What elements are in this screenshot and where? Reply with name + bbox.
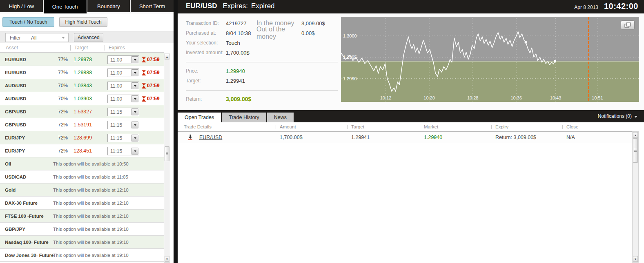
expiry-select-button[interactable] [131,108,138,115]
chevron-down-icon [134,85,136,87]
availability-message: This option will be available at 19:10 [53,236,129,249]
column-amount: Amount [276,124,347,129]
expiry-select-button[interactable] [131,69,138,76]
availability-message: This option will be available at 19:10 [53,249,129,262]
notifications-toggle[interactable]: Notifications (0) [598,113,637,119]
trades-table-header: Trade Details Amount Target Market Expir… [178,122,632,132]
asset-row[interactable]: Gold [0,183,164,197]
instrument-header: EUR/USD Expires: Expired Apr 8 2013 10:4… [178,0,644,13]
column-asset: Asset [6,45,18,51]
expiry-select[interactable]: 11:00 [107,55,139,64]
trades-tab[interactable]: Open Trades [178,113,221,122]
scroll-down-button[interactable]: ▼ [633,256,638,262]
asset-row[interactable]: EUR/JPY 72% 128.451 11:15 [0,144,164,157]
expiry-select[interactable]: 11:00 [107,82,139,90]
expiry-select-button[interactable] [131,95,138,102]
option-type-tab[interactable]: High / Low [0,0,43,12]
filter-value: All [31,35,36,41]
asset-name: EUR/USD [5,66,26,79]
expiry-select-button[interactable] [131,135,138,141]
trade-asset-link[interactable]: EUR/USD [199,135,222,140]
asset-target-price: 128.451 [74,144,92,157]
scroll-up-button[interactable]: ▲ [633,132,638,138]
expiry-select[interactable]: 11:15 [107,134,139,142]
filter-dropdown[interactable]: Filter All [5,33,69,42]
trade-expiry: Return: 3,009.00$ [491,135,562,140]
asset-panel: High / Low One Touch Boundary Short Term… [0,0,174,263]
trades-tab[interactable]: Trade History [222,113,266,122]
option-type-tab[interactable]: One Touch [44,0,87,13]
countdown-timer: 07:59 [142,66,160,79]
asset-row[interactable]: GBP/JPY [0,223,164,236]
hourglass-icon [142,96,146,102]
hourglass-icon [142,57,146,62]
expiry-select[interactable]: 11:00 [107,69,139,77]
countdown-value: 07:59 [147,66,160,79]
asset-target-price: 1.03903 [74,92,92,105]
asset-name: EUR/USD [5,53,26,66]
expiry-select-value: 11:00 [110,83,122,89]
asset-row[interactable]: EUR/JPY 72% 128.699 11:15 [0,131,164,144]
asset-list-scrollbar[interactable]: ▲ ▼ [164,53,170,263]
detail-label: Out of the money [256,26,301,40]
asset-payout: 77% [58,66,68,79]
asset-row[interactable]: Oil [0,157,164,170]
countdown-timer: 07:59 [142,79,160,92]
asset-row[interactable]: GBP/USD 72% 1.53327 11:15 [0,105,164,118]
chevron-down-icon [134,111,136,113]
asset-name: Gold [5,183,16,197]
expiry-select[interactable]: 11:15 [107,147,139,155]
expiry-select-button[interactable] [131,82,138,89]
price-row: Price: 1.29940 [186,66,347,76]
asset-payout: 70% [58,92,68,105]
expiry-select-button[interactable] [131,122,138,128]
chart-expand-button[interactable] [621,20,635,30]
expires-value: Expired [251,2,275,10]
scrollbar-thumb[interactable] [165,146,169,161]
detail-label: Transaction ID: [186,20,226,26]
expiry-select-button[interactable] [131,56,138,63]
scrollbar-thumb[interactable] [633,138,638,163]
svg-text:1.2990: 1.2990 [343,76,357,81]
asset-row[interactable]: FTSE 100 -Future [0,210,164,223]
expiry-select[interactable]: 11:00 [107,95,139,103]
trade-market: 1.29940 [420,135,491,140]
expiry-select[interactable]: 11:15 [107,121,139,129]
high-yield-touch-button[interactable]: High Yield Touch [59,17,107,27]
asset-row[interactable]: AUD/USD 70% 1.03843 11:00 [0,79,164,92]
trade-row[interactable]: EUR/USD 1,700.00$ 1.29941 1.29940 Return… [178,132,632,143]
detail-value: 0.00$ [301,30,315,36]
option-type-tab[interactable]: Boundary [87,0,130,12]
asset-row[interactable]: DAX-30 Future [0,197,164,210]
svg-text:10:20: 10:20 [423,95,435,100]
asset-row[interactable]: GBP/USD 72% 1.53191 11:15 [0,118,164,131]
asset-target-price: 128.699 [74,131,92,144]
option-type-tab[interactable]: Short Term [131,0,174,12]
countdown-value: 07:59 [147,53,160,66]
expires-label: Expires: [223,2,248,10]
filter-bar: Filter All Advanced [0,31,174,43]
asset-row[interactable]: USD/CAD [0,170,164,183]
countdown-value: 07:59 [147,79,160,92]
scroll-up-button[interactable]: ▲ [165,54,169,60]
scroll-down-button[interactable]: ▼ [165,256,169,262]
asset-row[interactable]: AUD/USD 70% 1.03903 11:00 [0,92,164,105]
asset-row[interactable]: Nasdaq 100- Future [0,236,164,249]
svg-text:1.3000: 1.3000 [343,33,357,38]
svg-text:1.2995: 1.2995 [343,55,357,60]
trade-detail-panel: EUR/USD Expires: Expired Apr 8 2013 10:4… [178,0,644,263]
svg-text:10:12: 10:12 [380,95,392,100]
svg-text:10:28: 10:28 [467,95,479,100]
asset-row[interactable]: EUR/USD 77% 1.29978 11:00 [0,53,164,66]
trades-scrollbar[interactable]: ▲ ▼ [632,131,639,263]
current-time: 10:42:00 [604,2,638,11]
asset-row[interactable]: EUR/USD 77% 1.29888 11:00 [0,66,164,79]
trades-tab[interactable]: News [267,113,294,122]
touch-no-touch-button[interactable]: Touch / No Touch [2,17,54,27]
availability-message: This option will be available at 12:10 [53,210,129,223]
expiry-select[interactable]: 11:15 [107,108,139,116]
expiry-select-button[interactable] [131,148,138,155]
asset-row[interactable]: Dow Jones 30- Future [0,249,164,262]
asset-name: GBP/JPY [5,223,25,236]
advanced-button[interactable]: Advanced [74,33,103,42]
